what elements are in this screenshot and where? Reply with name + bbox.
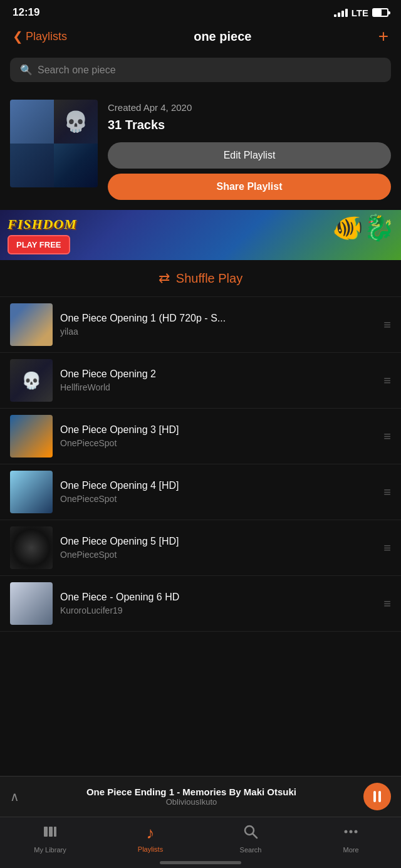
collapse-icon[interactable]: ∧ xyxy=(10,789,19,804)
ad-banner[interactable]: FISHDOM PLAY FREE 🐠🐉 xyxy=(0,210,401,260)
back-label: Playlists xyxy=(26,30,67,43)
art-cell-2: 💀 xyxy=(54,100,98,144)
svg-rect-2 xyxy=(54,827,56,837)
playlist-created: Created Apr 4, 2020 xyxy=(108,102,391,113)
share-playlist-button[interactable]: Share Playlist xyxy=(108,174,391,200)
status-icons: LTE xyxy=(334,8,388,18)
svg-point-6 xyxy=(350,830,353,834)
playlist-tracks: 31 Tracks xyxy=(108,118,391,132)
playlist-details: Created Apr 4, 2020 31 Tracks Edit Playl… xyxy=(108,100,391,200)
shuffle-play-row[interactable]: ⇄ Shuffle Play xyxy=(0,260,401,297)
add-button[interactable]: + xyxy=(378,28,388,45)
ad-title: FISHDOM xyxy=(8,216,77,233)
back-button[interactable]: ❮ Playlists xyxy=(13,29,67,44)
track-name: One Piece Opening 2 xyxy=(60,369,376,380)
tab-my-library[interactable]: My Library xyxy=(0,824,100,854)
track-item[interactable]: One Piece Opening 1 (HD 720p - S... yila… xyxy=(0,297,401,353)
track-artist: OnePieceSpot xyxy=(60,550,376,560)
tab-playlists-label: Playlists xyxy=(138,845,163,853)
drag-handle-icon[interactable]: ≡ xyxy=(383,429,391,444)
tab-more[interactable]: More xyxy=(301,824,401,854)
track-thumbnail xyxy=(10,582,53,625)
track-thumbnail xyxy=(10,526,53,569)
tab-my-library-label: My Library xyxy=(34,846,66,854)
track-thumbnail xyxy=(10,303,53,346)
skull-thumb-icon: 💀 xyxy=(21,371,41,390)
track-list: One Piece Opening 1 (HD 720p - S... yila… xyxy=(0,297,401,632)
drag-handle-icon[interactable]: ≡ xyxy=(383,541,391,555)
track-item[interactable]: One Piece Opening 4 [HD] OnePieceSpot ≡ xyxy=(0,464,401,520)
art-cell-4 xyxy=(54,144,98,187)
search-icon: 🔍 xyxy=(20,64,33,76)
pause-button[interactable] xyxy=(363,783,391,810)
art-cell-1 xyxy=(10,100,54,144)
track-info: One Piece Opening 2 HellfireWorld xyxy=(60,369,376,392)
track-artist: OnePieceSpot xyxy=(60,438,376,448)
track-artist: yilaa xyxy=(60,327,376,337)
tab-search-label: Search xyxy=(240,846,262,854)
track-info: One Piece Opening 1 (HD 720p - S... yila… xyxy=(60,313,376,337)
tab-more-label: More xyxy=(343,846,358,854)
battery-icon xyxy=(372,8,388,17)
search-placeholder: Search one piece xyxy=(38,65,116,76)
shuffle-icon: ⇄ xyxy=(159,270,170,286)
track-item[interactable]: One Piece Opening 3 [HD] OnePieceSpot ≡ xyxy=(0,409,401,464)
track-item[interactable]: One Piece Opening 5 [HD] OnePieceSpot ≡ xyxy=(0,520,401,576)
track-artist: KuroroLucifer19 xyxy=(60,605,376,615)
svg-rect-0 xyxy=(44,827,48,837)
drag-handle-icon[interactable]: ≡ xyxy=(383,485,391,499)
playlist-info: 💀 Created Apr 4, 2020 31 Tracks Edit Pla… xyxy=(0,90,401,210)
track-artist: HellfireWorld xyxy=(60,382,376,392)
track-info: One Piece Opening 4 [HD] OnePieceSpot xyxy=(60,480,376,504)
skull-icon: 💀 xyxy=(63,110,88,133)
svg-rect-1 xyxy=(49,827,53,837)
library-icon xyxy=(42,824,58,844)
tab-playlists[interactable]: ♪ Playlists xyxy=(100,824,200,853)
tab-bar: My Library ♪ Playlists Search More xyxy=(0,817,401,868)
page-title: one piece xyxy=(194,29,251,44)
edit-playlist-button[interactable]: Edit Playlist xyxy=(108,142,391,169)
track-thumbnail xyxy=(10,415,53,458)
fish-icon: 🐠🐉 xyxy=(332,213,395,243)
svg-point-5 xyxy=(345,830,348,834)
shuffle-play-label: Shuffle Play xyxy=(176,271,242,286)
svg-line-4 xyxy=(253,834,258,839)
pause-icon xyxy=(373,791,381,802)
track-item[interactable]: 💀 One Piece Opening 2 HellfireWorld ≡ xyxy=(0,353,401,409)
tab-search[interactable]: Search xyxy=(200,824,301,854)
nav-header: ❮ Playlists one piece + xyxy=(0,23,401,53)
track-name: One Piece Opening 3 [HD] xyxy=(60,424,376,436)
signal-bars-icon xyxy=(334,8,348,17)
track-info: One Piece Opening 3 [HD] OnePieceSpot xyxy=(60,424,376,448)
track-name: One Piece Opening 1 (HD 720p - S... xyxy=(60,313,376,324)
ad-play-free-button[interactable]: PLAY FREE xyxy=(8,235,70,254)
now-playing-info: One Piece Ending 1 - Memories By Maki Ot… xyxy=(27,787,356,807)
drag-handle-icon[interactable]: ≡ xyxy=(383,597,391,611)
track-info: One Piece Opening 5 [HD] OnePieceSpot xyxy=(60,536,376,560)
drag-handle-icon[interactable]: ≡ xyxy=(383,374,391,388)
track-info: One Piece - Opening 6 HD KuroroLucifer19 xyxy=(60,592,376,615)
now-playing-bar[interactable]: ∧ One Piece Ending 1 - Memories By Maki … xyxy=(0,776,401,817)
status-bar: 12:19 LTE xyxy=(0,0,401,23)
track-thumbnail: 💀 xyxy=(10,359,53,402)
track-artist: OnePieceSpot xyxy=(60,494,376,504)
track-item[interactable]: One Piece - Opening 6 HD KuroroLucifer19… xyxy=(0,576,401,632)
track-name: One Piece Opening 4 [HD] xyxy=(60,480,376,491)
track-thumbnail xyxy=(10,471,53,513)
music-icon: ♪ xyxy=(147,824,155,843)
status-time: 12:19 xyxy=(13,6,39,19)
back-chevron-icon: ❮ xyxy=(13,29,23,44)
track-name: One Piece - Opening 6 HD xyxy=(60,592,376,603)
art-cell-3 xyxy=(10,144,54,187)
now-playing-artist: ObliviousIkuto xyxy=(27,797,356,807)
home-indicator xyxy=(160,861,241,864)
now-playing-title: One Piece Ending 1 - Memories By Maki Ot… xyxy=(27,787,356,797)
track-name: One Piece Opening 5 [HD] xyxy=(60,536,376,547)
more-icon xyxy=(343,824,359,844)
lte-label: LTE xyxy=(352,8,368,18)
search-bar[interactable]: 🔍 Search one piece xyxy=(10,58,391,82)
drag-handle-icon[interactable]: ≡ xyxy=(383,318,391,332)
playlist-art: 💀 xyxy=(10,100,98,187)
search-container: 🔍 Search one piece xyxy=(0,53,401,90)
search-tab-icon xyxy=(242,824,259,844)
